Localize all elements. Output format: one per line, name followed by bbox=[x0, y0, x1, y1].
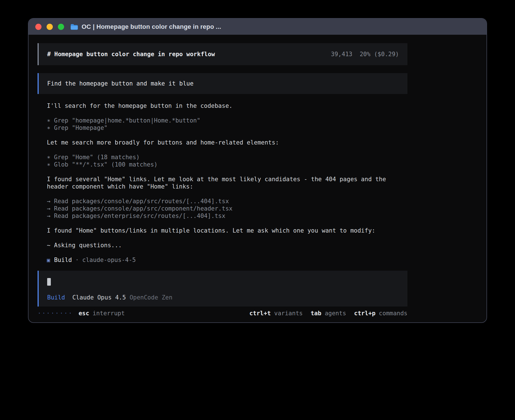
agent-model: claude-opus-4-5 bbox=[82, 256, 136, 264]
prompt-input[interactable]: Build Claude Opus 4.5 OpenCode Zen bbox=[38, 271, 407, 307]
progress-dots: ········ bbox=[38, 310, 73, 317]
input-status-bar: Build Claude Opus 4.5 OpenCode Zen bbox=[47, 294, 399, 301]
window-titlebar: OC | Homepage button color change in rep… bbox=[29, 19, 486, 35]
context-cost: 20% ($0.29) bbox=[360, 51, 399, 58]
session-stats: 39,413 20% ($0.29) bbox=[331, 51, 399, 58]
minimize-button[interactable] bbox=[47, 24, 53, 30]
user-message-text: Find the homepage button and make it blu… bbox=[47, 80, 193, 87]
shortcut-key-agents: tab bbox=[311, 310, 321, 317]
folder-icon bbox=[70, 24, 78, 30]
tool-call-read: → Read packages/console/app/src/routes/[… bbox=[47, 198, 398, 205]
agent-separator: · bbox=[75, 256, 79, 264]
session-title: # Homepage button color change in repo w… bbox=[47, 51, 215, 58]
tool-call-group: ∗ Grep "homepage|home.*button|Home.*butt… bbox=[47, 117, 398, 132]
tool-call-read: → Read packages/enterprise/src/routes/[.… bbox=[47, 212, 398, 220]
shortcut-label-agents: agents bbox=[325, 310, 346, 317]
session-header: # Homepage button color change in repo w… bbox=[38, 43, 407, 65]
assistant-paragraph: I found several "Home" links. Let me loo… bbox=[47, 176, 398, 190]
token-count: 39,413 bbox=[331, 51, 352, 58]
tool-call-group: → Read packages/console/app/src/routes/[… bbox=[47, 198, 398, 220]
shortcut-label-variants: variants bbox=[274, 310, 303, 317]
shortcut-key-commands: ctrl+p bbox=[354, 310, 376, 317]
status-footer: ········ esc interrupt ctrl+t variants t… bbox=[38, 310, 407, 317]
agent-icon: ▣ bbox=[47, 256, 50, 264]
shortcut-label-commands: commands bbox=[379, 310, 407, 317]
esc-key-label: interrupt bbox=[93, 310, 125, 317]
titlebar-title-group: OC | Homepage button color change in rep… bbox=[70, 23, 221, 30]
agent-name: Build bbox=[54, 256, 72, 264]
zoom-button[interactable] bbox=[58, 24, 64, 30]
esc-key-hint: esc bbox=[78, 310, 89, 317]
footer-shortcuts: ctrl+t variants tab agents ctrl+p comman… bbox=[249, 310, 407, 317]
assistant-paragraph: I'll search for the homepage button in t… bbox=[47, 102, 398, 110]
terminal-content[interactable]: # Homepage button color change in repo w… bbox=[29, 35, 486, 322]
tool-call-grep: ∗ Grep "homepage|home.*button|Home.*butt… bbox=[47, 117, 398, 124]
assistant-response: I'll search for the homepage button in t… bbox=[38, 102, 398, 264]
provider-name: OpenCode Zen bbox=[130, 294, 173, 301]
footer-left: ········ esc interrupt bbox=[38, 310, 125, 317]
model-name[interactable]: Claude Opus 4.5 bbox=[72, 294, 126, 301]
text-cursor bbox=[47, 278, 51, 286]
agent-badge: ▣ Build · claude-opus-4-5 bbox=[47, 256, 398, 264]
traffic-lights bbox=[35, 24, 64, 30]
window-title: OC | Homepage button color change in rep… bbox=[82, 23, 221, 30]
shortcut-key-variants: ctrl+t bbox=[249, 310, 271, 317]
tool-call-grep: ∗ Grep "Homepage" bbox=[47, 124, 398, 132]
user-message: Find the homepage button and make it blu… bbox=[38, 73, 407, 94]
status-line: ~ Asking questions... bbox=[47, 242, 398, 249]
tool-call-group: ∗ Grep "Home" (18 matches) ∗ Glob "**/*.… bbox=[47, 154, 398, 168]
assistant-paragraph: Let me search more broadly for buttons a… bbox=[47, 139, 398, 146]
tool-call-glob: ∗ Glob "**/*.tsx" (100 matches) bbox=[47, 161, 398, 168]
terminal-window: OC | Homepage button color change in rep… bbox=[28, 18, 487, 323]
tool-call-grep: ∗ Grep "Home" (18 matches) bbox=[47, 154, 398, 161]
agent-mode-label[interactable]: Build bbox=[47, 294, 65, 301]
close-button[interactable] bbox=[35, 24, 42, 30]
assistant-paragraph: I found "Home" buttons/links in multiple… bbox=[47, 227, 398, 234]
tool-call-read: → Read packages/console/app/src/componen… bbox=[47, 205, 398, 212]
